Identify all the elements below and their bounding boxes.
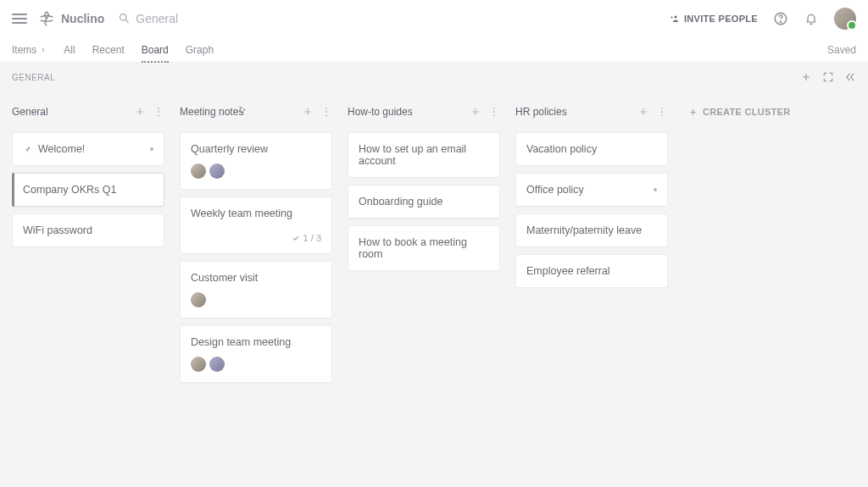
avatar (191, 292, 206, 307)
board-column: Meeting notes Quarterly reviewWeekly tea… (180, 100, 332, 479)
board-card[interactable]: Design team meeting (180, 325, 332, 383)
card-title: Design team meeting (191, 336, 291, 348)
board-card[interactable]: Quarterly review (180, 132, 332, 190)
breadcrumb[interactable]: GENERAL (12, 73, 55, 82)
card-title: Weekly team meeting (191, 208, 292, 219)
board-card[interactable]: Customer visit (180, 261, 332, 318)
board-card[interactable]: Welcome! (12, 132, 164, 166)
card-title: Maternity/paternity leave (526, 224, 642, 236)
svg-point-0 (120, 14, 127, 21)
card-title: WiFi password (23, 224, 92, 236)
tab-all[interactable]: All (64, 44, 75, 56)
column-add-icon[interactable] (470, 106, 481, 118)
invite-people-button[interactable]: INVITE PEOPLE (670, 14, 758, 24)
board-card[interactable]: Vacation policy (515, 132, 668, 166)
board-card[interactable]: Company OKRs Q1 (12, 173, 164, 207)
menu-toggle[interactable] (12, 11, 27, 26)
tab-graph[interactable]: Graph (186, 44, 214, 56)
card-avatars (191, 163, 321, 179)
column-title[interactable]: How-to guides (348, 106, 413, 118)
svg-point-15 (661, 111, 663, 113)
card-title: Welcome! (38, 143, 85, 155)
column-menu-icon[interactable] (320, 106, 332, 118)
column-title[interactable]: HR policies (515, 106, 567, 118)
card-avatars (191, 292, 321, 307)
bell-icon (804, 12, 818, 25)
person-plus-icon (670, 14, 681, 24)
column-title[interactable]: Meeting notes (180, 106, 243, 118)
svg-point-4 (780, 21, 781, 22)
svg-point-8 (326, 108, 327, 109)
svg-point-11 (493, 108, 495, 109)
board-card[interactable]: How to set up an email account (348, 132, 500, 178)
notifications-button[interactable] (804, 11, 819, 26)
pin-icon (23, 145, 31, 153)
help-icon (773, 11, 788, 26)
board-card[interactable]: Maternity/paternity leave (515, 213, 668, 247)
card-title: Customer visit (191, 272, 258, 284)
unread-dot-icon (150, 147, 153, 151)
board-column: How-to guides How to set up an email acc… (348, 100, 500, 479)
column-menu-icon[interactable] (656, 106, 668, 118)
avatar (191, 357, 206, 372)
board-column: General Welcome!Company OKRs Q1WiFi pass… (12, 100, 164, 479)
create-cluster-button[interactable]: CREATE CLUSTER (683, 100, 791, 124)
card-title: Onboarding guide (359, 196, 442, 208)
help-button[interactable] (773, 11, 788, 26)
chevron-right-icon (40, 47, 47, 53)
card-title: Vacation policy (526, 143, 597, 155)
card-title: Office policy (526, 184, 584, 196)
search-placeholder: General (136, 12, 178, 25)
user-avatar[interactable] (834, 8, 856, 30)
board-area: General Welcome!Company OKRs Q1WiFi pass… (0, 91, 868, 487)
save-status: Saved (827, 44, 856, 56)
search-icon (118, 12, 131, 25)
plus-icon (688, 108, 698, 117)
column-add-icon[interactable] (637, 106, 649, 118)
board-card[interactable]: WiFi password (12, 213, 164, 247)
card-title: How to book a meeting room (359, 236, 489, 260)
svg-point-2 (674, 15, 676, 18)
brand-logo[interactable]: Nuclino (37, 9, 104, 28)
avatar (209, 357, 225, 372)
board-card[interactable]: Employee referral (515, 254, 668, 288)
card-title: Employee referral (526, 265, 610, 277)
board-card[interactable]: How to book a meeting room (348, 225, 500, 271)
card-title: How to set up an email account (359, 143, 489, 167)
expand-icon[interactable] (822, 71, 834, 83)
svg-point-14 (661, 108, 663, 109)
brand-icon (37, 9, 56, 28)
board-card[interactable]: Office policy (515, 173, 668, 207)
svg-point-10 (326, 114, 327, 116)
create-cluster-label: CREATE CLUSTER (703, 107, 791, 117)
avatar (191, 163, 206, 179)
tab-recent[interactable]: Recent (92, 44, 125, 56)
column-title[interactable]: General (12, 106, 48, 118)
svg-line-1 (126, 19, 129, 22)
svg-point-13 (493, 114, 495, 116)
svg-point-16 (661, 114, 663, 116)
tab-board[interactable]: Board (142, 44, 169, 56)
unread-dot-icon (654, 188, 657, 191)
brand-name: Nuclino (61, 12, 104, 25)
plus-icon[interactable] (800, 71, 812, 83)
svg-point-9 (326, 111, 327, 113)
svg-point-12 (493, 111, 495, 113)
items-dropdown[interactable]: Items (12, 44, 47, 56)
column-add-icon[interactable] (302, 106, 314, 118)
board-card[interactable]: Weekly team meeting 1 / 3 (180, 196, 332, 254)
card-title: Company OKRs Q1 (23, 184, 116, 196)
board-column: HR policies Vacation policyOffice policy… (515, 100, 668, 479)
column-add-icon[interactable] (134, 106, 146, 118)
svg-point-6 (158, 111, 159, 113)
column-menu-icon[interactable] (488, 106, 500, 118)
search-box[interactable]: General (118, 12, 178, 25)
svg-point-5 (158, 108, 159, 109)
collapse-icon[interactable] (844, 71, 856, 83)
board-card[interactable]: Onboarding guide (348, 185, 500, 219)
task-count: 1 / 3 (191, 233, 321, 243)
svg-point-7 (158, 114, 159, 116)
card-title: Quarterly review (191, 143, 268, 155)
column-menu-icon[interactable] (153, 106, 164, 118)
card-avatars (191, 357, 321, 372)
